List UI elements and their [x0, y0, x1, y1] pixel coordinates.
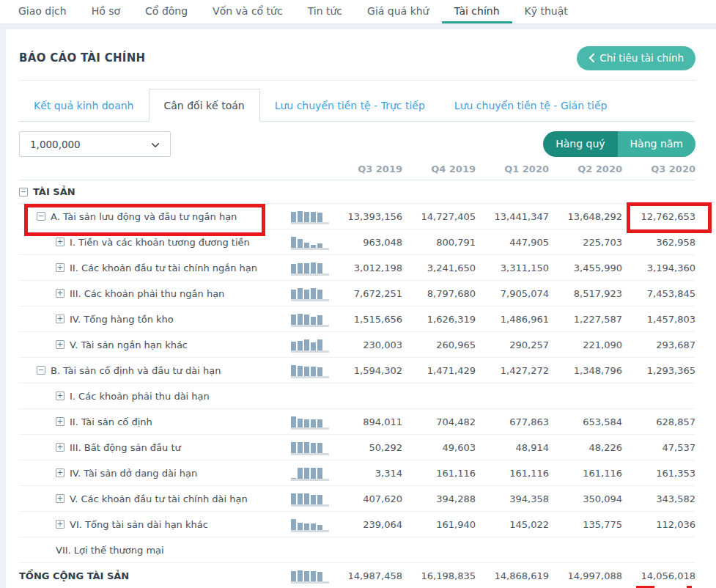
- nav-item-4[interactable]: Tin tức: [295, 0, 355, 23]
- value-cell: 14,868,619: [476, 570, 549, 581]
- table-row: +VI. Tổng tài sản dài hạn khác239,064161…: [19, 512, 695, 537]
- row-label: TỔNG CỘNG TÀI SẢN: [19, 570, 129, 581]
- period-button-0[interactable]: Hàng quý: [543, 131, 617, 157]
- value-cell: 3,455,990: [549, 262, 622, 273]
- sparkline-bar: [291, 442, 296, 453]
- sparkline-chart: [291, 414, 329, 430]
- sparkline-bar: [298, 239, 303, 248]
- column-header-3: Q2 2020: [549, 163, 622, 174]
- sparkline-bar: [298, 366, 303, 376]
- column-header-0: Q3 2019: [329, 163, 402, 174]
- expand-icon[interactable]: +: [56, 494, 64, 503]
- nav-item-5[interactable]: Giá quá khứ: [355, 0, 441, 23]
- row-label[interactable]: V. Tài sản ngắn hạn khác: [70, 339, 188, 350]
- value-cell: 290,257: [476, 339, 549, 350]
- sparkline-chart: [291, 491, 329, 507]
- row-label-cell: +III. Các khoản phải thu ngắn hạn: [19, 288, 291, 299]
- collapse-icon[interactable]: −: [37, 212, 45, 221]
- row-label[interactable]: B. Tài sản cố định và đầu tư dài hạn: [51, 365, 221, 376]
- row-label-cell: TỔNG CỘNG TÀI SẢN: [19, 570, 291, 581]
- financial-report-card: BÁO CÁO TÀI CHÍNH Chỉ tiêu tài chính Kết…: [6, 29, 716, 588]
- sparkline-bar: [291, 315, 296, 325]
- expand-icon[interactable]: +: [56, 315, 64, 323]
- sparkline-bar: [304, 290, 309, 299]
- collapse-icon[interactable]: −: [19, 188, 28, 196]
- tab-3[interactable]: Lưu chuyển tiền tệ - Gián tiếp: [440, 89, 622, 122]
- nav-item-0[interactable]: Giao dịch: [6, 0, 79, 23]
- expand-icon[interactable]: +: [56, 443, 64, 452]
- sparkline-bar: [317, 495, 322, 504]
- sparkline-bar: [304, 419, 309, 427]
- expand-icon[interactable]: +: [56, 238, 64, 246]
- row-label[interactable]: III. Các khoản phải thu ngắn hạn: [70, 288, 224, 299]
- nav-item-1[interactable]: Hồ sơ: [79, 0, 133, 23]
- sparkline-bar: [304, 468, 309, 479]
- expand-icon[interactable]: +: [56, 417, 64, 426]
- tab-0[interactable]: Kết quả kinh doanh: [19, 89, 149, 122]
- tab-1[interactable]: Cân đối kế toán: [149, 89, 260, 122]
- sparkline-bar: [291, 416, 296, 427]
- sparkline-bar: [317, 243, 322, 248]
- expand-icon[interactable]: +: [56, 289, 64, 298]
- sparkline-bar: [311, 571, 316, 581]
- column-header-4: Q3 2020: [622, 163, 695, 174]
- period-button-1[interactable]: Hàng năm: [618, 131, 695, 157]
- nav-item-6[interactable]: Tài chính: [442, 0, 512, 23]
- value-cell: 362,958: [622, 237, 695, 248]
- row-label[interactable]: A. Tài sản lưu động và đầu tư ngắn hạn: [51, 211, 237, 222]
- table-row: −A. Tài sản lưu động và đầu tư ngắn hạn1…: [19, 204, 695, 229]
- row-label[interactable]: IV. Tài sản dở dang dài hạn: [70, 468, 197, 479]
- financial-indicators-button[interactable]: Chỉ tiêu tài chính: [577, 46, 695, 70]
- sparkline-bar: [311, 419, 316, 427]
- value-cell: 145,022: [476, 519, 549, 530]
- nav-item-3[interactable]: Vốn và cổ tức: [200, 0, 295, 23]
- table-body: −TÀI SẢN−A. Tài sản lưu động và đầu tư n…: [19, 180, 695, 588]
- row-label[interactable]: IV. Tổng hàng tồn kho: [70, 314, 174, 325]
- value-cell: 1,594,302: [329, 365, 402, 376]
- row-label-cell: −B. Tài sản cố định và đầu tư dài hạn: [19, 365, 291, 376]
- sparkline-bar: [311, 495, 316, 504]
- tab-2[interactable]: Lưu chuyển tiền tệ - Trực tiếp: [260, 89, 440, 122]
- row-label[interactable]: III. Bất động sản đầu tư: [70, 442, 181, 453]
- value-cell: 343,582: [622, 493, 695, 504]
- row-label[interactable]: II. Tài sản cố định: [70, 416, 152, 427]
- row-label[interactable]: I. Các khoản phải thu dài hạn: [70, 391, 210, 402]
- row-label[interactable]: TÀI SẢN: [33, 186, 75, 197]
- row-label-cell: −TÀI SẢN: [19, 186, 291, 197]
- table-row: +II. Các khoản đầu tư tài chính ngắn hạn…: [19, 255, 695, 281]
- value-cell: 394,358: [476, 493, 549, 504]
- row-label-cell: +II. Tài sản cố định: [19, 416, 291, 427]
- value-cell: 239,064: [329, 519, 402, 530]
- sparkline-chart: [291, 363, 329, 378]
- sparkline-chart: [291, 517, 329, 532]
- page-title: BÁO CÁO TÀI CHÍNH: [19, 51, 145, 65]
- value-cell: 963,048: [329, 237, 402, 248]
- value-cell: 112,036: [622, 519, 695, 530]
- row-label: VII. Lợi thế thương mại: [56, 545, 164, 556]
- value-cell: 628,857: [622, 416, 695, 427]
- unit-select[interactable]: 1,000,000: [19, 131, 171, 157]
- nav-item-7[interactable]: Kỹ thuật: [512, 0, 580, 23]
- value-cell: 1,486,961: [476, 314, 549, 325]
- expand-icon[interactable]: +: [56, 263, 64, 272]
- table-row: +II. Tài sản cố định894,011704,482677,86…: [19, 409, 695, 435]
- row-label[interactable]: VI. Tổng tài sản dài hạn khác: [70, 519, 208, 530]
- row-label[interactable]: V. Các khoản đầu tư tài chính dài hạn: [70, 493, 248, 504]
- sparkline-bar: [311, 245, 316, 248]
- collapse-icon[interactable]: −: [37, 366, 45, 375]
- sparkline-chart: [291, 389, 329, 404]
- row-label[interactable]: I. Tiền và các khoản tương đương tiền: [70, 237, 250, 248]
- row-label[interactable]: II. Các khoản đầu tư tài chính ngắn hạn: [70, 262, 257, 273]
- expand-icon[interactable]: +: [56, 520, 64, 529]
- expand-icon[interactable]: +: [56, 468, 64, 477]
- sparkline-bar: [311, 523, 316, 530]
- value-cell: 135,775: [549, 519, 622, 530]
- sparkline-bar: [317, 525, 322, 530]
- value-cell: 161,353: [622, 468, 695, 479]
- expand-icon[interactable]: +: [56, 392, 64, 400]
- value-cell: 894,011: [329, 416, 402, 427]
- expand-icon[interactable]: +: [56, 340, 64, 349]
- nav-item-2[interactable]: Cổ đông: [133, 0, 200, 23]
- value-cell: 14,056,018: [622, 570, 695, 581]
- sparkline-bar: [291, 519, 296, 530]
